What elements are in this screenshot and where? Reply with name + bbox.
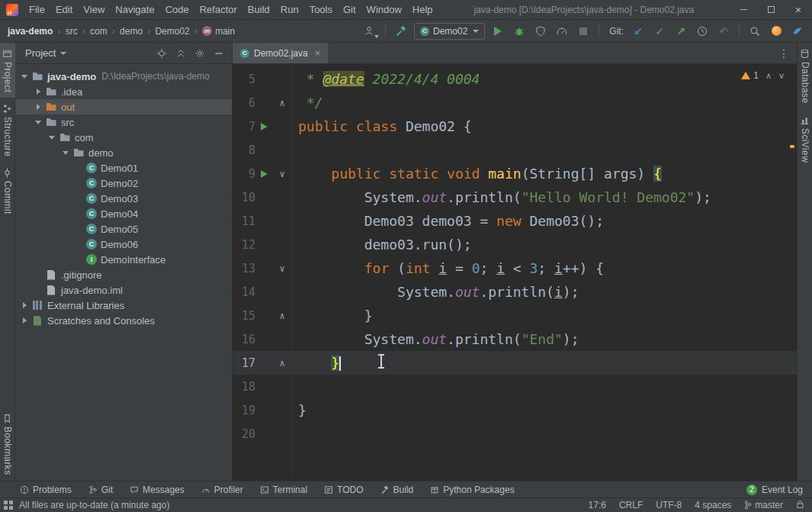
code-line-15[interactable]: 15∧ } (233, 304, 797, 327)
run-gutter-icon[interactable] (255, 170, 272, 178)
tree-item-external-libraries[interactable]: External Libraries (15, 298, 232, 313)
fold-up-icon[interactable]: ∧ (272, 359, 292, 368)
previous-warning-icon[interactable]: ∧ (765, 71, 772, 81)
tree-item-com[interactable]: com (15, 130, 232, 145)
commit-button[interactable]: ✓ (651, 23, 668, 40)
chevron-down-icon[interactable] (47, 132, 59, 143)
users-icon[interactable] (361, 23, 378, 40)
chevron-down-icon[interactable] (60, 52, 66, 55)
fold-up-icon[interactable]: ∧ (272, 98, 292, 108)
code-line-12[interactable]: 12 demo03.run(); (233, 233, 797, 256)
tree-item-demo06[interactable]: CDemo06 (15, 237, 232, 252)
collapse-all-icon[interactable] (174, 47, 188, 60)
select-opened-file-icon[interactable] (155, 47, 168, 60)
chevron-down-icon[interactable] (61, 147, 72, 158)
profiler-button[interactable] (554, 23, 570, 40)
code-line-16[interactable]: 16 System.out.println("End"); (233, 327, 797, 351)
git-branch-widget[interactable]: master (744, 500, 783, 510)
code-line-17[interactable]: 17∧ } (233, 351, 797, 375)
code-line-19[interactable]: 19} (233, 398, 797, 422)
editor-code[interactable]: 5 * @date 2022/4/4 00046∧ */7public clas… (233, 64, 797, 481)
breadcrumb-item-demo[interactable]: demo (120, 26, 143, 37)
code-line-13[interactable]: 13∨ for (int i = 0; i < 3; i++) { (233, 256, 797, 280)
encoding-widget[interactable]: UTF-8 (656, 500, 682, 510)
toolwindow-button-terminal[interactable]: Terminal (260, 485, 307, 495)
project-panel-title[interactable]: Project (25, 47, 56, 59)
stripe-button-project[interactable]: Project (0, 43, 15, 98)
stripe-button-structure[interactable]: Structure (0, 98, 15, 162)
tree-item-demo[interactable]: demo (15, 145, 232, 160)
toolwindow-button-todo[interactable]: TODO (324, 485, 363, 495)
tree-item-demo01[interactable]: CDemo01 (15, 160, 232, 175)
chevron-right-icon[interactable] (20, 315, 31, 326)
fold-up-icon[interactable]: ∧ (272, 311, 292, 320)
breadcrumb-item-main[interactable]: mmain (202, 26, 235, 37)
push-button[interactable]: ↗ (672, 23, 689, 40)
close-button[interactable]: × (785, 0, 812, 19)
chevron-down-icon[interactable] (20, 71, 31, 82)
run-config-selector[interactable]: C Demo02 (414, 23, 485, 40)
menu-tools[interactable]: Tools (304, 0, 338, 19)
history-clock-icon[interactable] (694, 23, 711, 40)
code-line-18[interactable]: 18 (233, 375, 797, 398)
tree-item-demo03[interactable]: CDemo03 (15, 191, 232, 206)
tab-options-icon[interactable]: ⋮ (778, 47, 789, 60)
tree-item-demo02[interactable]: CDemo02 (15, 175, 232, 191)
menu-git[interactable]: Git (338, 0, 361, 19)
menu-view[interactable]: View (78, 0, 110, 19)
stripe-button-database[interactable]: Database (798, 43, 812, 109)
undo-button[interactable]: ↶ (715, 23, 732, 40)
orange-plugin-icon[interactable] (768, 23, 785, 40)
code-line-20[interactable]: 20 (233, 422, 797, 446)
update-project-button[interactable]: ↙ (630, 23, 647, 40)
fold-down-icon[interactable]: ∨ (272, 264, 292, 273)
code-line-10[interactable]: 10 System.out.println("Hello World! Demo… (233, 185, 797, 209)
tab-demo02-java[interactable]: C Demo02.java × (233, 43, 328, 63)
breadcrumb-item-com[interactable]: com (90, 26, 108, 37)
stripe-button-bookmarks[interactable]: Bookmarks (0, 407, 15, 481)
line-ending-widget[interactable]: CRLF (619, 500, 643, 510)
menu-help[interactable]: Help (407, 0, 438, 19)
menu-window[interactable]: Window (361, 0, 407, 19)
toolwindow-button-problems[interactable]: Problems (20, 485, 72, 495)
stripe-button-sciview[interactable]: SciView (798, 109, 812, 168)
menu-file[interactable]: File (24, 0, 50, 19)
toolwindow-button-python[interactable]: Python Packages (430, 485, 514, 495)
menu-refactor[interactable]: Refactor (194, 0, 242, 19)
code-line-5[interactable]: 5 * @date 2022/4/4 0004 (233, 67, 797, 91)
tree-item-demo05[interactable]: CDemo05 (15, 221, 232, 237)
maximize-button[interactable] (757, 0, 785, 19)
debug-button[interactable] (511, 23, 528, 40)
toolwindow-button-git[interactable]: Git (88, 485, 113, 495)
tree-item-src[interactable]: src (15, 114, 232, 130)
warning-indicator[interactable]: 1 (741, 70, 759, 81)
settings-gear-icon[interactable] (193, 47, 207, 60)
menu-build[interactable]: Build (242, 0, 275, 19)
toolwindow-button-event-log[interactable]: 2 Event Log (746, 485, 803, 495)
toolwindow-button-profiler[interactable]: Profiler (201, 485, 243, 495)
stop-button[interactable] (575, 23, 592, 40)
tree-item-demo04[interactable]: CDemo04 (15, 206, 232, 221)
breadcrumb-item-demo02[interactable]: Demo02 (155, 26, 189, 37)
code-line-14[interactable]: 14 System.out.println(i); (233, 280, 797, 304)
search-everywhere-icon[interactable] (746, 23, 763, 40)
run-gutter-icon[interactable] (255, 123, 272, 130)
build-hammer-icon[interactable] (393, 23, 409, 40)
menu-run[interactable]: Run (275, 0, 304, 19)
blue-plugin-icon[interactable] (789, 23, 806, 40)
toolwindow-button-messages[interactable]: Messages (130, 485, 185, 495)
caret-position-widget[interactable]: 17:6 (589, 500, 606, 510)
menu-code[interactable]: Code (160, 0, 194, 19)
run-button[interactable] (489, 23, 506, 40)
code-line-11[interactable]: 11 Demo03 demo03 = new Demo03(); (233, 209, 797, 233)
hide-panel-icon[interactable] (212, 47, 226, 60)
minimize-button[interactable] (730, 0, 757, 19)
menu-edit[interactable]: Edit (50, 0, 78, 19)
code-line-8[interactable]: 8 (233, 138, 797, 162)
tree-item--idea[interactable]: .idea (15, 84, 232, 99)
breadcrumb-item-java-demo[interactable]: java-demo (8, 26, 53, 37)
code-line-6[interactable]: 6∧ */ (233, 91, 797, 114)
menu-navigate[interactable]: Navigate (110, 0, 159, 19)
code-line-7[interactable]: 7public class Demo02 { (233, 114, 797, 138)
next-warning-icon[interactable]: ∨ (778, 71, 785, 81)
